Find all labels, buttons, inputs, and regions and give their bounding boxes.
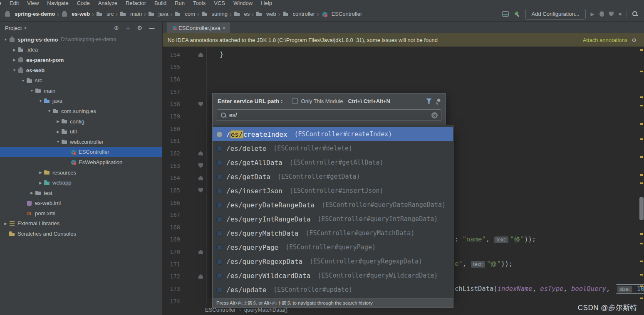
run-icon[interactable]: ▶ [591,12,594,17]
result-item[interactable]: /es/queryWildcardData(ESController#query… [213,268,453,283]
warning-stripe-mark[interactable] [640,49,643,51]
menu-help[interactable]: Help [257,0,276,7]
tree-item-es-web[interactable]: ▼es-web [0,65,162,76]
crumb-web[interactable]: web [256,11,276,17]
menu-view[interactable]: View [23,0,43,7]
warning-stripe-mark[interactable] [640,182,643,184]
tree-item-eswebapplication[interactable]: EsWebApplication [0,157,162,167]
tree-expanded-icon[interactable]: ▼ [2,37,9,42]
build-hammer-icon[interactable] [514,11,520,17]
tree-item-config[interactable]: ▶config [0,116,162,127]
warning-stripe-mark[interactable] [640,261,643,262]
tree-collapsed-icon[interactable]: ▶ [55,130,61,134]
attach-annotations-link[interactable]: Attach annotations [583,37,628,43]
tree-item-external-libraries[interactable]: ▶External Libraries [0,219,162,229]
menu-window[interactable]: Window [229,0,257,7]
tool-window-icon[interactable] [502,11,509,17]
menu-edit[interactable]: Edit [5,0,23,7]
tree-item-es-parent-pom[interactable]: ▶es-parent-pom [0,55,162,65]
gear-icon[interactable]: ⚙ [632,37,637,43]
tree-item-webapp[interactable]: ▶webapp [0,177,162,188]
result-item[interactable]: /es/insertJson(ESController#insertJson) [213,184,453,198]
warning-stripe-mark[interactable] [640,233,643,235]
menu-vcs[interactable]: VCS [210,0,229,7]
tree-collapsed-icon[interactable]: ▶ [29,191,35,195]
crumb-com[interactable]: com [174,11,195,17]
tree-item-resources[interactable]: ▶resources [0,167,162,178]
project-panel-title[interactable]: Project [5,25,22,31]
crumb-java[interactable]: java [148,11,168,17]
warning-stripe-mark[interactable] [640,71,643,72]
tree-collapsed-icon[interactable]: ▶ [37,181,44,185]
filter-icon[interactable] [426,98,432,104]
warning-stripe-mark[interactable] [640,285,643,287]
crumb-es[interactable]: es [234,11,250,17]
pin-icon[interactable] [435,98,441,104]
error-stripe[interactable] [639,47,644,304]
crumb-src[interactable]: src [96,11,114,17]
result-item[interactable]: /es/queryIntRangeData(ESController#query… [213,212,453,226]
debug-icon[interactable] [599,11,604,17]
tree-expanded-icon[interactable]: ▼ [11,68,17,72]
tree-item-escontroller[interactable]: ESController [0,147,162,158]
tree-item-es-web-iml[interactable]: es-web.iml [0,198,162,209]
menu-navigate[interactable]: Navigate [43,0,72,7]
tree-item-spring-es-demo[interactable]: ▼spring-es-demoD:\work\spring-es-demo [0,34,162,45]
tree-item-pom-xml[interactable]: pom.xml [0,208,162,219]
url-search-input[interactable] [229,112,429,118]
warning-stripe-mark[interactable] [640,174,643,176]
tree-expanded-icon[interactable]: ▼ [55,140,61,144]
coverage-icon[interactable] [609,12,614,17]
menu-analyze[interactable]: Analyze [94,0,121,7]
crumb-main[interactable]: main [120,11,142,17]
crumb-controller[interactable]: controller [282,11,315,17]
warning-stripe-mark[interactable] [640,138,643,140]
tree-expanded-icon[interactable]: ▼ [37,99,44,103]
result-item[interactable]: /es/delete(ESController#delete) [213,141,453,155]
result-item[interactable]: /es/queryMatchData(ESController#queryMat… [213,226,453,240]
scrollbar-thumb[interactable] [639,197,644,220]
result-item[interactable]: /es/queryPage(ESController#queryPage) [213,240,453,254]
tree-item-com-suning-es[interactable]: ▼com.suning.es [0,106,162,116]
tree-expanded-icon[interactable]: ▼ [46,109,52,113]
tree-item-web-controller[interactable]: ▼web.controller [0,137,162,147]
tree-item-test[interactable]: ▶test [0,188,162,198]
crumb-spring-es-demo[interactable]: spring-es-demo [4,11,55,17]
menu-tools[interactable]: Tools [189,0,210,7]
warning-stripe-mark[interactable] [640,105,643,106]
tree-item-src[interactable]: ▼src [0,75,162,86]
hide-panel-icon[interactable]: — [149,25,155,31]
result-item[interactable]: /es/queryRegexpData(ESController#queryRe… [213,254,453,268]
tree-collapsed-icon[interactable]: ▶ [11,48,17,52]
tab-escontroller-java[interactable]: ESController.java × [167,22,230,33]
warning-stripe-mark[interactable] [640,298,643,299]
tree-expanded-icon[interactable]: ▼ [29,89,35,93]
collapse-all-icon[interactable]: ÷ [126,25,131,31]
warning-stripe-mark[interactable] [640,123,643,125]
search-everywhere-icon[interactable] [632,11,638,17]
menu-build[interactable]: Build [150,0,171,7]
result-item[interactable]: /es/queryDateRangeData(ESController#quer… [213,198,453,212]
tree-item-util[interactable]: ▶util [0,126,162,137]
result-item[interactable]: /es/getData(ESController#getData) [213,170,453,184]
gear-icon[interactable]: ⚙ [137,25,142,31]
result-item[interactable]: /es/update(ESController#update) [213,283,453,297]
tree-expanded-icon[interactable]: ▼ [20,79,26,83]
close-icon[interactable]: × [222,25,225,31]
only-this-module-checkbox[interactable] [292,98,298,104]
warning-stripe-mark[interactable] [640,96,643,98]
result-item[interactable]: /es/getAllData(ESController#getAllData) [213,155,453,170]
stop-icon[interactable]: ■ [619,12,622,17]
tree-item-idea[interactable]: ▶.idea [0,45,162,55]
tree-collapsed-icon[interactable]: ▶ [55,119,61,123]
menu-code[interactable]: Code [73,0,94,7]
tree-item-main[interactable]: ▼main [0,86,162,96]
crumb-suning[interactable]: suning [201,11,228,17]
menu-refactor[interactable]: Refactor [121,0,150,7]
menu-run[interactable]: Run [171,0,189,7]
clear-icon[interactable] [431,112,438,118]
chevron-down-icon[interactable]: ▾ [24,26,26,30]
tree-collapsed-icon[interactable]: ▶ [11,58,17,62]
tree-collapsed-icon[interactable]: ▶ [2,221,9,226]
crumb-es-web[interactable]: es-web [61,11,90,17]
